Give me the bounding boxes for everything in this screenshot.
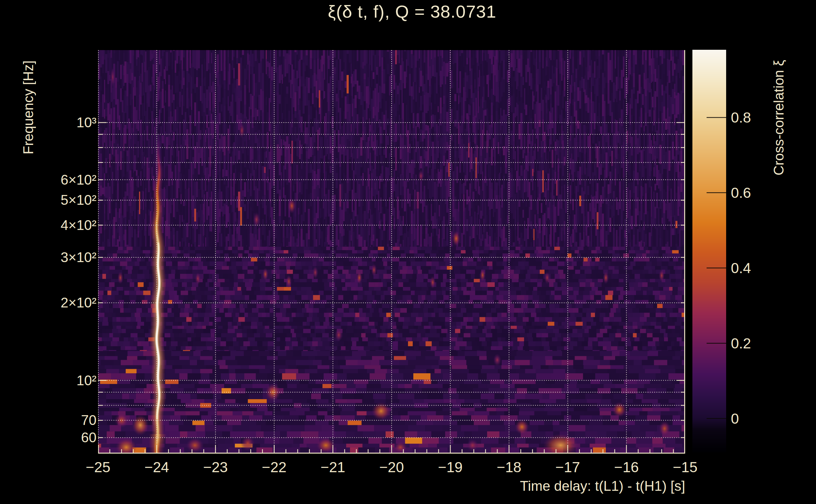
x-tick-label: −23 xyxy=(203,459,228,476)
x-tick-label: −18 xyxy=(497,459,521,476)
chart-title: ξ(δ t, f), Q = 38.0731 xyxy=(98,1,726,22)
colorbar xyxy=(693,50,726,452)
colorbar-tick-label: 0 xyxy=(731,410,739,427)
y-tick-label: 10³ xyxy=(76,115,96,130)
y-tick-label: 10² xyxy=(76,373,96,388)
x-tick-labels: −25−24−23−22−21−20−19−18−17−16−15 xyxy=(98,459,685,478)
x-tick-label: −21 xyxy=(321,459,345,476)
y-tick-label: 70 xyxy=(81,412,96,428)
x-tick-label: −17 xyxy=(555,459,580,476)
x-tick-label: −15 xyxy=(673,459,698,476)
x-tick-label: −16 xyxy=(614,459,639,476)
colorbar-tick-label: 0.4 xyxy=(731,260,751,277)
x-tick-label: −20 xyxy=(379,459,404,476)
y-tick-label: 6×10² xyxy=(60,172,96,188)
x-tick-label: −22 xyxy=(262,459,287,476)
y-tick-labels: 10³6×10²5×10²4×10²3×10²2×10²10²7060 xyxy=(19,50,96,454)
y-tick-label: 5×10² xyxy=(60,192,96,208)
y-tick-label: 60 xyxy=(81,430,96,445)
x-tick-label: −24 xyxy=(144,459,169,476)
colorbar-tick-label: 0.8 xyxy=(731,109,751,126)
x-tick-label: −19 xyxy=(438,459,463,476)
x-tick-label: −25 xyxy=(86,459,110,476)
y-tick-label: 3×10² xyxy=(60,249,96,265)
y-tick-label: 4×10² xyxy=(60,217,96,233)
x-axis-label: Time delay: t(L1) - t(H1) [s] xyxy=(370,478,685,494)
colorbar-label: Cross-correlation ξ xyxy=(770,47,788,188)
spectrogram-canvas xyxy=(98,50,685,454)
colorbar-tick-label: 0.2 xyxy=(731,335,751,352)
y-tick-label: 2×10² xyxy=(60,295,96,311)
colorbar-tick-label: 0.6 xyxy=(731,184,751,201)
